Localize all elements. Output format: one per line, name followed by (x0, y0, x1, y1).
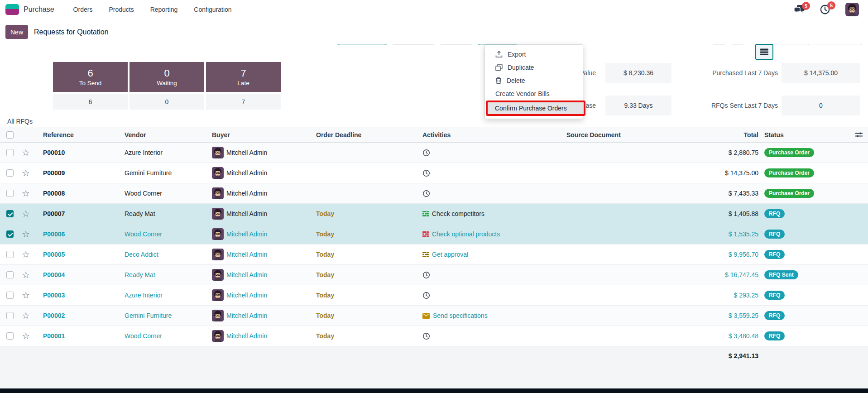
activities-icon[interactable]: 5 (820, 5, 830, 14)
mail-activity-icon[interactable] (422, 313, 430, 319)
clock-activity-icon[interactable] (422, 292, 430, 299)
table-row[interactable]: ☆ P00004 Ready Mat Mitchell Admin Today … (0, 265, 868, 285)
tasks-activity-icon[interactable] (422, 251, 429, 258)
favorite-star[interactable]: ☆ (20, 265, 37, 285)
clock-activity-icon[interactable] (422, 271, 430, 279)
table-row[interactable]: ☆ P00008 Wood Corner Mitchell Admin $ 7,… (0, 183, 868, 204)
row-activity[interactable] (417, 326, 560, 346)
favorite-star[interactable]: ☆ (20, 326, 37, 346)
tile-to-send[interactable]: 6To Send (53, 62, 128, 92)
row-checkbox[interactable] (0, 224, 20, 244)
status-badge: Purchase Order (764, 189, 814, 198)
header-vendor[interactable]: Vendor (118, 127, 206, 142)
row-checkbox[interactable] (0, 306, 20, 326)
menu-export[interactable]: Export (485, 48, 583, 61)
app-name[interactable]: Purchase (24, 5, 54, 14)
select-all-checkbox[interactable] (0, 127, 20, 142)
clock-activity-icon[interactable] (422, 332, 430, 340)
tasks-activity-icon[interactable] (422, 231, 429, 237)
favorite-star[interactable]: ☆ (20, 285, 37, 305)
row-checkbox[interactable] (0, 285, 20, 305)
menu-create-vendor-bills[interactable]: Create Vendor Bills (485, 87, 583, 100)
row-activity[interactable]: Check optional products (417, 224, 560, 244)
tile-late[interactable]: 7Late (206, 62, 281, 92)
status-badge: RFQ (764, 291, 785, 300)
odoo-app-logo[interactable] (5, 4, 19, 15)
row-status: Purchase Order (759, 183, 851, 203)
favorite-star[interactable]: ☆ (20, 306, 37, 326)
user-avatar[interactable] (845, 3, 859, 16)
row-activity[interactable] (417, 163, 560, 183)
clock-activity-icon[interactable] (422, 190, 430, 197)
menu-confirm-purchase-orders[interactable]: Confirm Purchase Orders (495, 105, 567, 112)
list-header: Reference Vendor Buyer Order Deadline Ac… (0, 127, 868, 143)
table-row[interactable]: ☆ P00010 Azure Interior Mitchell Admin $… (0, 143, 868, 163)
row-reference: P00002 (37, 306, 118, 326)
table-row[interactable]: ☆ P00005 Deco Addict Mitchell Admin Toda… (0, 244, 868, 265)
table-row[interactable]: ☆ P00002 Gemini Furniture Mitchell Admin… (0, 306, 868, 326)
row-status: Purchase Order (759, 163, 851, 183)
row-checkbox[interactable] (0, 265, 20, 285)
table-row[interactable]: ☆ P00009 Gemini Furniture Mitchell Admin… (0, 163, 868, 183)
row-checkbox[interactable] (0, 183, 20, 203)
row-activity[interactable] (417, 265, 560, 285)
table-row[interactable]: ☆ P00001 Wood Corner Mitchell Admin Toda… (0, 326, 868, 346)
menu-configuration[interactable]: Configuration (194, 6, 231, 13)
table-row[interactable]: ☆ P00003 Azure Interior Mitchell Admin T… (0, 285, 868, 306)
row-buyer: Mitchell Admin (206, 306, 309, 326)
view-list-button[interactable] (755, 44, 773, 60)
table-row[interactable]: ☆ P00007 Ready Mat Mitchell Admin Today … (0, 204, 868, 224)
menu-delete[interactable]: Delete (485, 74, 583, 87)
menu-duplicate[interactable]: Duplicate (485, 61, 583, 74)
my-tile-to-send[interactable]: 6 (53, 94, 128, 110)
row-checkbox[interactable] (0, 143, 20, 163)
tile-waiting[interactable]: 0Waiting (129, 62, 204, 92)
header-reference[interactable]: Reference (37, 127, 118, 142)
row-deadline (309, 183, 417, 203)
navbar-right: 5 5 (794, 3, 859, 16)
menu-reporting[interactable]: Reporting (150, 6, 178, 13)
row-checkbox[interactable] (0, 163, 20, 183)
favorite-star[interactable]: ☆ (20, 163, 37, 183)
header-source-document[interactable]: Source Document (560, 127, 695, 142)
favorite-star[interactable]: ☆ (20, 244, 37, 264)
favorite-star[interactable]: ☆ (20, 143, 37, 163)
my-tile-late[interactable]: 7 (206, 94, 281, 110)
my-tile-waiting[interactable]: 0 (129, 94, 204, 110)
optional-columns-button[interactable] (851, 127, 868, 142)
status-badge: RFQ (764, 311, 785, 320)
row-deadline (309, 143, 417, 163)
header-buyer[interactable]: Buyer (206, 127, 309, 142)
row-deadline: Today (309, 265, 417, 285)
row-activity[interactable]: Check competitors (417, 204, 560, 224)
status-badge: RFQ Sent (764, 270, 798, 279)
clock-activity-icon[interactable] (422, 149, 430, 157)
new-button[interactable]: New (5, 25, 28, 39)
tasks-activity-icon[interactable] (422, 211, 429, 217)
header-total[interactable]: Total (695, 127, 759, 142)
header-activities[interactable]: Activities (417, 127, 560, 142)
row-checkbox[interactable] (0, 326, 20, 346)
messages-icon[interactable]: 5 (794, 5, 805, 14)
row-activity[interactable] (417, 183, 560, 203)
row-activity[interactable]: Send specifications (417, 306, 560, 326)
row-activity[interactable] (417, 285, 560, 305)
row-checkbox[interactable] (0, 204, 20, 224)
row-activity[interactable]: Get approval (417, 244, 560, 264)
row-checkbox[interactable] (0, 244, 20, 264)
row-buyer: Mitchell Admin (206, 326, 309, 346)
header-status[interactable]: Status (759, 127, 851, 142)
row-activity[interactable] (417, 143, 560, 163)
clock-activity-icon[interactable] (422, 169, 430, 177)
row-vendor: Wood Corner (118, 183, 206, 203)
favorite-star[interactable]: ☆ (20, 183, 37, 203)
row-vendor: Azure Interior (118, 143, 206, 163)
row-source (560, 143, 695, 163)
favorite-star[interactable]: ☆ (20, 204, 37, 224)
favorite-star[interactable]: ☆ (20, 224, 37, 244)
menu-products[interactable]: Products (109, 6, 134, 13)
table-row[interactable]: ☆ P00006 Wood Corner Mitchell Admin Toda… (0, 224, 868, 244)
header-order-deadline[interactable]: Order Deadline (309, 127, 417, 142)
menu-orders[interactable]: Orders (73, 6, 93, 13)
row-vendor: Azure Interior (118, 285, 206, 305)
